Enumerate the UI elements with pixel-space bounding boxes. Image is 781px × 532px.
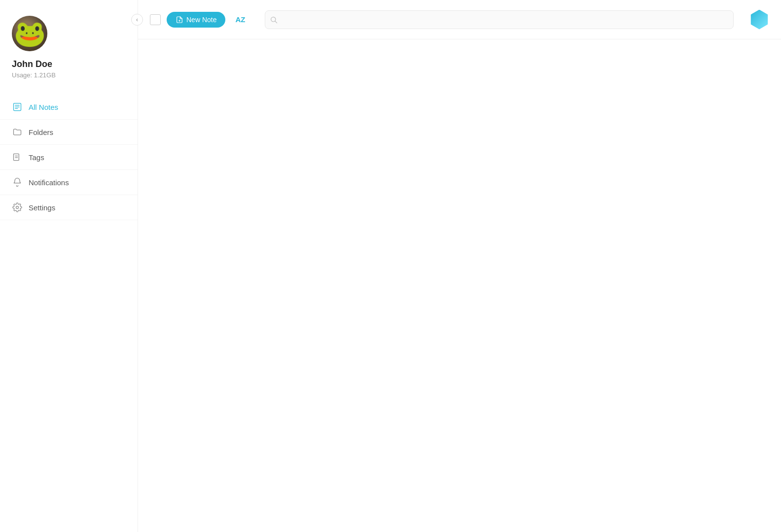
sidebar-item-notifications[interactable]: Notifications [0,170,138,195]
user-usage: Usage: 1.21GB [12,71,56,79]
gear-icon [12,202,23,213]
new-note-icon [176,16,183,24]
topbar: ‹ New Note AZ [138,0,781,39]
sidebar-item-label-settings: Settings [29,203,55,212]
svg-line-11 [275,21,277,23]
sidebar-item-label-notifications: Notifications [29,178,69,187]
notes-icon [12,101,23,112]
sidebar-item-label-tags: Tags [29,153,44,162]
sidebar-profile: John Doe Usage: 1.21GB [0,0,138,91]
collapse-sidebar-button[interactable]: ‹ [131,14,143,26]
select-all-button[interactable] [150,14,161,25]
sort-button[interactable]: AZ [231,13,249,26]
sidebar-item-folders[interactable]: Folders [0,120,138,145]
tag-icon [12,152,23,163]
sidebar: John Doe Usage: 1.21GB All Notes Folde [0,0,138,532]
notes-area [138,39,781,532]
bell-icon [12,177,23,188]
sidebar-item-settings[interactable]: Settings [0,195,138,220]
avatar[interactable] [12,16,47,51]
folder-icon [12,127,23,137]
search-bar [265,10,734,29]
toolbar-left: New Note AZ [150,12,249,28]
new-note-button[interactable]: New Note [167,12,225,28]
top-right [749,10,769,30]
sidebar-nav: All Notes Folders Tags [0,91,138,532]
main-content: ‹ New Note AZ [138,0,781,532]
sidebar-item-tags[interactable]: Tags [0,145,138,170]
sidebar-item-label-folders: Folders [29,128,53,136]
search-input[interactable] [265,10,734,29]
user-name: John Doe [12,59,52,69]
new-note-label: New Note [186,16,216,24]
search-icon [270,16,278,24]
svg-rect-4 [14,154,19,160]
sidebar-item-all-notes[interactable]: All Notes [0,95,138,120]
sidebar-item-label-all-notes: All Notes [29,103,58,111]
svg-point-7 [16,206,19,209]
hexagon-app-icon[interactable] [749,10,769,30]
